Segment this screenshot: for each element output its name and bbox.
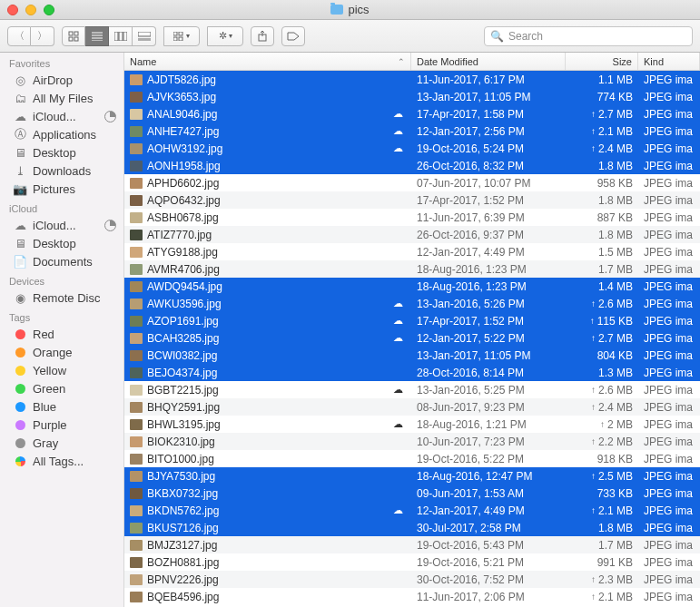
file-row[interactable]: AWDQ9454.jpg18-Aug-2016, 1:23 PM1.4 MBJP… [124,278,700,295]
arrange-button[interactable]: ▾ [163,26,200,46]
back-button[interactable]: 〈 [7,26,31,46]
sidebar-item[interactable]: Purple [0,416,123,434]
sidebar-item[interactable]: ⤓Downloads [0,162,123,180]
file-kind: JPEG ima [638,125,700,138]
file-row[interactable]: BITO1000.jpg19-Oct-2016, 5:22 PM918 KBJP… [124,450,700,467]
column-date[interactable]: Date Modified [411,53,566,70]
file-row[interactable]: ASBH0678.jpg11-Jun-2017, 6:39 PM887 KBJP… [124,209,700,226]
file-size: 2.6 MB [598,298,633,310]
toolbar: 〈 〉 ▾ ✲ ▾ 🔍 Search [0,20,700,53]
file-row[interactable]: AOHW3192.jpg☁19-Oct-2016, 5:24 PM↑2.4 MB… [124,140,700,157]
column-name[interactable]: Name⌃ [124,53,411,70]
sidebar-item[interactable]: Green [0,379,123,397]
file-name: BKUS7126.jpg [147,522,219,534]
list-view-button[interactable] [85,26,109,46]
file-row[interactable]: APHD6602.jpg07-Jun-2017, 10:07 PM958 KBJ… [124,174,700,191]
zoom-window-button[interactable] [44,5,54,15]
file-size: 1.8 MB [598,160,633,172]
file-row[interactable]: BHWL3195.jpg☁18-Aug-2016, 1:21 PM↑2 MBJP… [124,416,700,433]
file-row[interactable]: ATIZ7770.jpg26-Oct-2016, 9:37 PM1.8 MBJP… [124,226,700,243]
file-row[interactable]: AONH1958.jpg26-Oct-2016, 8:32 PM1.8 MBJP… [124,157,700,174]
file-row[interactable]: ANAL9046.jpg☁17-Apr-2017, 1:58 PM↑2.7 MB… [124,105,700,122]
cloud-status-icon: ☁ [392,298,404,309]
sidebar-item[interactable]: 📄Documents [0,252,123,270]
sidebar-item[interactable]: 🖥Desktop [0,234,123,252]
sidebar-item[interactable]: 📷Pictures [0,180,123,198]
forward-button[interactable]: 〉 [31,26,54,46]
file-size: 115 KB [597,315,633,328]
sidebar-item[interactable]: ◎AirDrop [0,71,123,89]
file-kind: JPEG ima [638,246,700,259]
file-row[interactable]: BIOK2310.jpg10-Jun-2017, 7:23 PM↑2.2 MBJ… [124,433,700,450]
file-row[interactable]: AWKU3596.jpg☁13-Jan-2016, 5:26 PM↑2.6 MB… [124,295,700,312]
sidebar-item[interactable]: Red [0,325,123,343]
file-row[interactable]: AJDT5826.jpg11-Jun-2017, 6:17 PM1.1 MBJP… [124,71,700,88]
sidebar-item[interactable]: ☁iCloud... [0,107,123,125]
file-row[interactable]: BOZH0881.jpg19-Oct-2016, 5:21 PM991 KBJP… [124,553,700,571]
file-row[interactable]: AJVK3653.jpg13-Jan-2017, 11:05 PM774 KBJ… [124,88,700,105]
file-kind: JPEG ima [638,349,700,362]
minimize-window-button[interactable] [25,5,36,15]
file-row[interactable]: BMJZ3127.jpg19-Oct-2016, 5:43 PM1.7 MBJP… [124,536,700,553]
share-button[interactable] [251,26,274,46]
sidebar-item[interactable]: ◉Remote Disc [0,289,123,307]
sidebar-item[interactable]: 🖥Desktop [0,143,123,162]
upload-arrow-icon: ↑ [591,592,596,602]
tags-button[interactable] [281,26,305,46]
file-kind: JPEG ima [638,367,700,379]
file-size: 1.8 MB [598,194,633,207]
file-row[interactable]: BCAH3285.jpg☁12-Jan-2017, 5:22 PM↑2.7 MB… [124,329,700,347]
sort-indicator-icon: ⌃ [398,57,405,66]
file-thumbnail-icon [130,436,143,447]
file-row[interactable]: BQEB4596.jpg11-Jun-2017, 2:06 PM↑2.1 MBJ… [124,588,700,605]
file-row[interactable]: AVMR4706.jpg18-Aug-2016, 1:23 PM1.7 MBJP… [124,260,700,278]
file-size: 1.1 MB [598,73,633,86]
file-kind: JPEG ima [638,384,700,397]
file-list[interactable]: AJDT5826.jpg11-Jun-2017, 6:17 PM1.1 MBJP… [124,71,700,607]
upload-arrow-icon: ↑ [591,143,596,153]
file-date: 18-Aug-2016, 1:23 PM [411,280,566,293]
tag-dot-icon [13,381,27,396]
column-size[interactable]: Size [566,53,638,70]
file-row[interactable]: AQPO6432.jpg17-Apr-2017, 1:52 PM1.8 MBJP… [124,191,700,209]
file-row[interactable]: BHQY2591.jpg08-Jun-2017, 9:23 PM↑2.4 MBJ… [124,398,700,416]
file-name: AJVK3653.jpg [147,91,216,103]
file-row[interactable]: BPNV2226.jpg30-Oct-2016, 7:52 PM↑2.3 MBJ… [124,571,700,588]
search-field[interactable]: 🔍 Search [484,26,693,46]
file-row[interactable]: ATYG9188.jpg12-Jan-2017, 4:49 PM1.5 MBJP… [124,243,700,260]
file-thumbnail-icon [130,350,143,361]
file-row[interactable]: BJYA7530.jpg18-Aug-2016, 12:47 PM↑2.5 MB… [124,467,700,485]
file-date: 12-Jan-2017, 4:49 PM [411,246,566,259]
file-size: 2.2 MB [598,436,633,448]
file-name: AOHW3192.jpg [147,142,222,155]
file-date: 12-Jan-2017, 5:22 PM [411,332,566,345]
file-size: 1.4 MB [598,280,633,293]
close-window-button[interactable] [7,5,18,15]
file-row[interactable]: AZOP1691.jpg☁17-Apr-2017, 1:52 PM↑115 KB… [124,312,700,329]
file-row[interactable]: BKUS7126.jpg30-Jul-2017, 2:58 PM1.8 MBJP… [124,519,700,536]
sidebar-item-label: Desktop [33,237,76,250]
sidebar-item[interactable]: ☁iCloud... [0,216,123,234]
sidebar-item[interactable]: Blue [0,397,123,416]
sidebar-item[interactable]: ⒶApplications [0,125,123,143]
column-view-button[interactable] [109,26,133,46]
file-row[interactable]: BCWI0382.jpg13-Jan-2017, 11:05 PM804 KBJ… [124,347,700,364]
file-row[interactable]: BEJO4374.jpg28-Oct-2016, 8:14 PM1.3 MBJP… [124,364,700,381]
column-kind[interactable]: Kind [638,53,700,70]
file-row[interactable]: BKBX0732.jpg09-Jun-2017, 1:53 AM733 KBJP… [124,485,700,502]
sidebar-item[interactable]: Orange [0,343,123,361]
file-row[interactable]: BGBT2215.jpg☁13-Jan-2016, 5:25 PM↑2.6 MB… [124,381,700,398]
coverflow-view-button[interactable] [133,26,156,46]
cloud-icon: ☁ [13,109,27,123]
file-thumbnail-icon [130,419,143,430]
file-kind: JPEG ima [638,108,700,121]
sidebar-item[interactable]: Yellow [0,361,123,379]
sidebar-item[interactable]: All Tags... [0,452,123,470]
file-row[interactable]: BKDN5762.jpg☁12-Jan-2017, 4:49 PM↑2.1 MB… [124,502,700,519]
file-row[interactable]: ANHE7427.jpg☁12-Jan-2017, 2:56 PM↑2.1 MB… [124,122,700,140]
sidebar-item[interactable]: Gray [0,434,123,452]
icon-view-button[interactable] [62,26,85,46]
sidebar-item[interactable]: 🗂All My Files [0,89,123,107]
desktop-icon: 🖥 [13,145,27,160]
action-button[interactable]: ✲ ▾ [207,26,243,46]
